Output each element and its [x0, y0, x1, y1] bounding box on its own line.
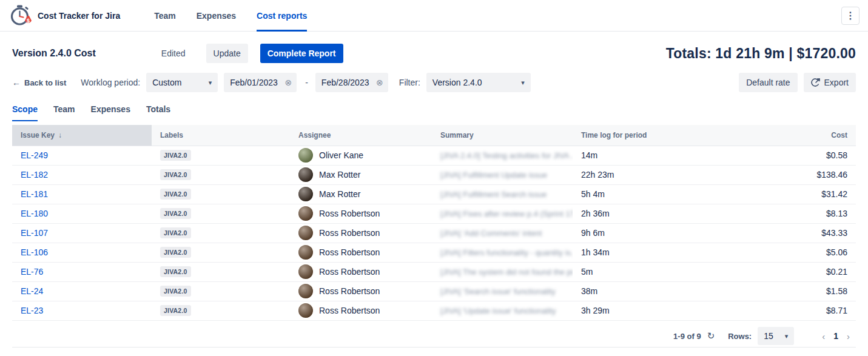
avatar [298, 206, 313, 221]
issue-key-link[interactable]: EL-106 [21, 247, 48, 257]
header-assignee[interactable]: Assignee [290, 125, 432, 146]
label-chip: JIVA2.0 [160, 286, 191, 297]
date-from-value: Feb/01/2023 [230, 78, 278, 87]
avatar [298, 148, 313, 163]
update-button[interactable]: Update [206, 44, 248, 63]
label-chip: JIVA2.0 [160, 305, 191, 316]
nav-cost-reports[interactable]: Cost reports [257, 0, 307, 32]
back-to-list-label: Back to list [24, 78, 66, 87]
time-log-value: 38m [573, 281, 749, 301]
issue-key-link[interactable]: EL-23 [21, 306, 43, 315]
period-select[interactable]: Custom ▾ [146, 73, 218, 92]
issue-key-link[interactable]: EL-249 [21, 150, 48, 160]
chevron-down-icon: ▾ [521, 79, 525, 87]
date-separator: - [301, 78, 308, 87]
cost-value: $31.42 [749, 184, 856, 204]
clear-date-icon[interactable]: ⊗ [376, 78, 383, 87]
issue-key-link[interactable]: EL-107 [21, 228, 48, 238]
assignee-name: Ross Robertson [319, 228, 380, 238]
avatar [298, 264, 313, 279]
summary-text: [JIVA] 'Update issue' functionality [440, 306, 556, 315]
edited-status: Edited [161, 49, 186, 58]
default-rate-button[interactable]: Default rate [739, 73, 797, 92]
report-tabs: Scope Team Expenses Totals [12, 104, 856, 121]
cost-value: $0.58 [749, 146, 856, 165]
issue-key-link[interactable]: EL-24 [21, 286, 43, 296]
refresh-icon[interactable]: ↻ [707, 331, 715, 341]
tab-scope[interactable]: Scope [12, 104, 38, 121]
issue-key-link[interactable]: EL-76 [21, 267, 43, 277]
table-row: EL-106 JIVA2.0 Ross Robertson [JIVA] Fil… [12, 243, 856, 262]
version-filter-select[interactable]: Version 2.4.0 ▾ [426, 73, 531, 92]
title-row: Version 2.4.0 Cost Edited Update Complet… [12, 42, 856, 64]
summary-text: [JIVA] Fixes after review p.4 (Sprint 17… [440, 209, 573, 218]
export-icon [811, 78, 821, 87]
kebab-menu-icon[interactable]: ⋮ [841, 7, 860, 25]
table-row: EL-23 JIVA2.0 Ross Robertson [JIVA] 'Upd… [12, 301, 856, 320]
time-log-value: 9h 6m [573, 223, 749, 243]
time-log-value: 3h 29m [573, 301, 749, 320]
assignee-name: Ross Robertson [319, 209, 380, 218]
date-from-input[interactable]: Feb/01/2023 ⊗ [224, 73, 297, 92]
label-chip: JIVA2.0 [160, 150, 191, 161]
chevron-down-icon: ▾ [785, 332, 789, 340]
date-to-input[interactable]: Feb/28/2023 ⊗ [315, 73, 388, 92]
header-cost[interactable]: Cost [749, 125, 856, 146]
back-arrow-icon: ← [12, 78, 21, 87]
cost-value: $8.13 [749, 204, 856, 223]
cost-value: $5.06 [749, 243, 856, 262]
rows-per-page-select[interactable]: 15 ▾ [758, 327, 794, 345]
assignee-name: Ross Robertson [319, 247, 380, 257]
label-chip: JIVA2.0 [160, 169, 191, 180]
label-chip: JIVA2.0 [160, 266, 191, 277]
label-chip: JIVA2.0 [160, 247, 191, 258]
top-bar: $ Cost Tracker for Jira Team Expenses Co… [0, 0, 868, 32]
pagination: ‹ 1 › [822, 331, 850, 341]
issue-key-link[interactable]: EL-181 [21, 189, 48, 199]
header-labels[interactable]: Labels [152, 125, 290, 146]
next-page-icon[interactable]: › [847, 331, 850, 341]
sort-desc-icon: ↓ [58, 131, 62, 139]
time-log-value: 22h 23m [573, 165, 749, 184]
svg-text:$: $ [27, 18, 30, 24]
avatar [298, 284, 313, 298]
assignee-name: Max Rotter [319, 189, 360, 199]
avatar [298, 245, 313, 260]
table-row: EL-180 JIVA2.0 Ross Robertson [JIVA] Fix… [12, 204, 856, 223]
table-row: EL-107 JIVA2.0 Ross Robertson [JIVA] 'Ad… [12, 223, 856, 243]
summary-text: [JIVA 2.4.0] Testing activities for JIVA… [440, 151, 573, 160]
back-to-list-link[interactable]: ← Back to list [12, 78, 66, 87]
header-issue-key[interactable]: Issue Key↓ [12, 125, 152, 146]
cost-value: $138.46 [749, 165, 856, 184]
assignee-name: Ross Robertson [319, 286, 380, 296]
table-row: EL-76 JIVA2.0 Ross Robertson [JIVA] The … [12, 262, 856, 281]
table-body: EL-249 JIVA2.0 Oliver Kane [JIVA 2.4.0] … [12, 146, 856, 320]
chevron-down-icon: ▾ [209, 79, 212, 87]
rows-per-page-value: 15 [764, 331, 773, 341]
tab-expenses[interactable]: Expenses [91, 104, 130, 121]
nav-team[interactable]: Team [154, 0, 176, 32]
tab-team[interactable]: Team [53, 104, 75, 121]
period-select-value: Custom [152, 78, 181, 87]
label-chip: JIVA2.0 [160, 189, 191, 200]
export-button[interactable]: Export [804, 73, 856, 92]
table-header-row: Issue Key↓ Labels Assignee Summary Time … [12, 125, 856, 146]
header-time-log[interactable]: Time log for period [573, 125, 749, 146]
totals-value: Totals: 1d 21h 9m | $1720.00 [666, 45, 856, 62]
cost-value: $43.33 [749, 223, 856, 243]
assignee-name: Ross Robertson [319, 306, 380, 315]
clear-date-icon[interactable]: ⊗ [284, 78, 292, 87]
export-label: Export [824, 78, 849, 87]
issue-key-link[interactable]: EL-182 [21, 170, 48, 180]
nav-expenses[interactable]: Expenses [197, 0, 236, 32]
time-log-value: 14m [573, 146, 749, 165]
time-log-value: 5m [573, 262, 749, 281]
issue-key-link[interactable]: EL-180 [21, 209, 48, 218]
app-title: Cost Tracker for Jira [38, 11, 120, 21]
prev-page-icon[interactable]: ‹ [822, 331, 825, 341]
tab-totals[interactable]: Totals [146, 104, 170, 121]
avatar [298, 226, 313, 240]
header-summary[interactable]: Summary [432, 125, 573, 146]
complete-report-button[interactable]: Complete Report [260, 44, 343, 63]
assignee-name: Oliver Kane [319, 150, 363, 160]
